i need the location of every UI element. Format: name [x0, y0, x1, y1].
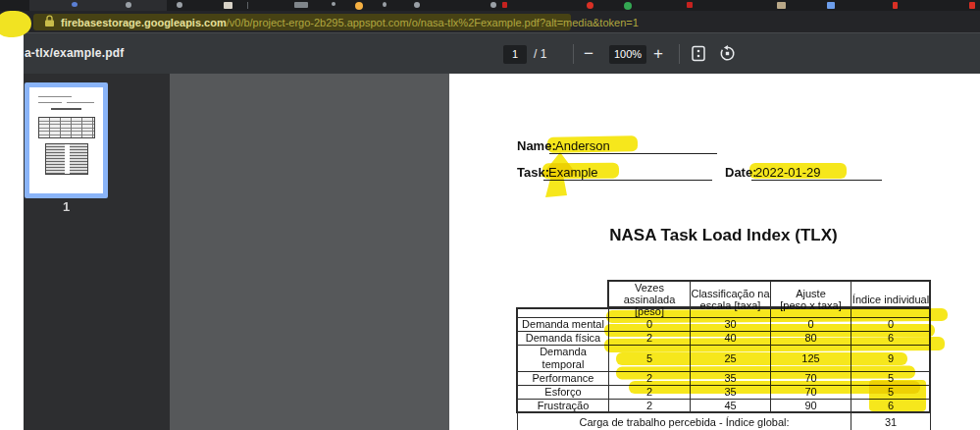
row-marker-highlight: [604, 337, 945, 352]
url-domain: firebasestorage.googleapis.com: [61, 17, 227, 28]
footer-value: 31: [851, 413, 931, 430]
cell-value: 2: [609, 400, 691, 413]
icon-fragment: [490, 2, 496, 8]
rotate-button[interactable]: [719, 45, 736, 62]
pdf-page: Name: Anderson Task: Example Date: 2022-…: [449, 74, 980, 430]
row-marker-highlight: [616, 352, 907, 365]
browser-tab-fragment[interactable]: [29, 0, 167, 11]
document-background: [170, 74, 449, 430]
icon-fragment: [827, 2, 835, 9]
thumbnail-page-number: 1: [25, 199, 108, 214]
footer-label: Carga de trabalho percebida - Índice glo…: [518, 413, 851, 430]
icon-fragment: [294, 2, 308, 8]
thumbnail-table-2: [45, 143, 88, 175]
url-path: /v0/b/project-ergo-2b295.appspot.com/o/n…: [227, 17, 639, 28]
row-marker-highlight: [606, 308, 948, 323]
toolbar-divider: [0, 32, 980, 33]
browser-window: firebasestorage.googleapis.com/v0/b/proj…: [0, 0, 980, 430]
row-label: Performance: [518, 372, 609, 386]
browser-top-strip: [0, 0, 980, 11]
pdf-viewer: 1 Name: Anderson Task: Example Date: 202…: [0, 74, 980, 430]
header-empty-cell: [518, 282, 609, 318]
row-label: Demanda física: [518, 332, 609, 346]
icon-fragment: [502, 2, 507, 8]
toolbar-separator: [679, 44, 680, 64]
date-marker-highlight: [749, 163, 847, 179]
icon-fragment: [414, 2, 420, 8]
icon-fragment: [624, 2, 632, 10]
row-label: Frustração: [518, 400, 609, 413]
icon-fragment: [777, 2, 786, 9]
marker-arrow: [531, 150, 592, 199]
icon-fragment: [893, 2, 898, 9]
thumbnail-page-preview: [29, 87, 103, 193]
icon-fragment: [355, 2, 363, 10]
url-text[interactable]: firebasestorage.googleapis.com/v0/b/proj…: [61, 15, 639, 30]
zoom-out-button[interactable]: −: [584, 41, 593, 67]
separator-fragment: [247, 2, 248, 9]
cell-value: 90: [771, 400, 851, 413]
fit-to-page-button[interactable]: [691, 45, 706, 62]
thumbnail-table-1: [38, 117, 95, 138]
icon-fragment: [969, 2, 975, 9]
page-number-input[interactable]: 1: [503, 45, 527, 64]
row-label: Demanda temporal: [518, 346, 609, 372]
row-marker-highlight: [616, 365, 915, 379]
icon-fragment: [383, 2, 387, 7]
toolbar-separator: [573, 44, 574, 64]
page-total-label: / 1: [534, 46, 546, 63]
pdf-toolbar: a-tlx/example.pdf 1 / 1 − 100% +: [0, 33, 980, 74]
zoom-in-button[interactable]: +: [653, 41, 663, 67]
icon-fragment: [126, 2, 131, 8]
lock-icon: [44, 15, 55, 27]
pdf-filename: a-tlx/example.pdf: [25, 46, 124, 60]
row-label: Demanda mental: [518, 318, 609, 332]
table-footer-row: Carga de trabalho percebida - Índice glo…: [518, 413, 931, 430]
icon-fragment: [177, 2, 182, 8]
cell-value: 45: [691, 400, 771, 413]
icon-fragment: [587, 2, 593, 9]
date-underline: [751, 180, 882, 181]
row-label: Esforço: [518, 386, 609, 400]
document-title: NASA Task Load Index (TLX): [517, 226, 930, 245]
left-white-margin: [0, 29, 24, 430]
icon-fragment: [687, 2, 693, 8]
row-marker-highlight: [604, 324, 935, 337]
thumbnail-sidebar: 1: [0, 74, 170, 430]
icon-fragment: [72, 2, 77, 7]
global-index-marker-highlight: [869, 380, 926, 411]
zoom-level-input[interactable]: 100%: [609, 45, 646, 64]
address-bar[interactable]: firebasestorage.googleapis.com/v0/b/proj…: [0, 11, 980, 33]
page-thumbnail[interactable]: [25, 82, 108, 198]
icon-fragment: [224, 2, 232, 9]
icon-fragment: [332, 2, 335, 6]
